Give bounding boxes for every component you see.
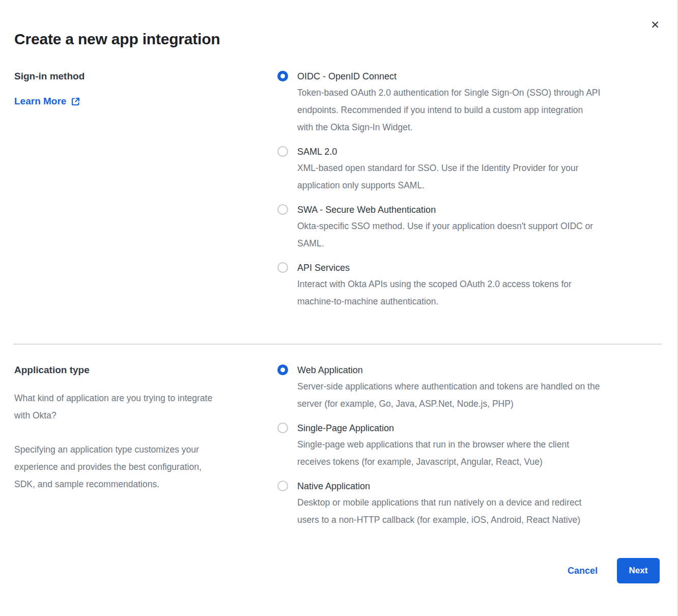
external-link-icon <box>71 97 80 106</box>
application-type-label: Application type <box>14 364 266 376</box>
radio-swa[interactable] <box>277 204 288 215</box>
option-oidc-label[interactable]: OIDC - OpenID Connect <box>297 70 600 82</box>
signin-method-left-column: Sign-in method Learn More <box>14 70 277 310</box>
option-single-page-application-label[interactable]: Single-Page Application <box>297 422 569 434</box>
option-swa[interactable]: SWA - Secure Web Authentication Okta-spe… <box>277 204 660 252</box>
signin-method-section: Sign-in method Learn More OIDC - OpenID … <box>0 70 678 310</box>
application-type-options: Web Application Server-side applications… <box>277 364 660 528</box>
cancel-button[interactable]: Cancel <box>568 566 598 576</box>
option-native-application-description: Desktop or mobile applications that run … <box>297 494 581 528</box>
option-api-services-label[interactable]: API Services <box>297 262 572 274</box>
application-type-help-text: Specifying an application type customize… <box>14 441 266 493</box>
radio-api-services[interactable] <box>277 262 288 273</box>
option-swa-description: Okta-specific SSO method. Use if your ap… <box>297 217 593 252</box>
application-type-section: Application type What kind of applicatio… <box>0 364 678 528</box>
option-web-application[interactable]: Web Application Server-side applications… <box>277 364 660 412</box>
radio-single-page-application[interactable] <box>277 423 288 433</box>
option-web-application-label[interactable]: Web Application <box>297 364 600 376</box>
radio-native-application[interactable] <box>277 481 288 491</box>
learn-more-label: Learn More <box>14 96 66 107</box>
option-native-application[interactable]: Native Application Desktop or mobile app… <box>277 480 660 528</box>
page-title: Create a new app integration <box>0 31 678 48</box>
option-saml-description: XML-based open standard for SSO. Use if … <box>297 159 579 194</box>
learn-more-link[interactable]: Learn More <box>14 96 80 107</box>
option-oidc[interactable]: OIDC - OpenID Connect Token-based OAuth … <box>277 70 660 136</box>
create-app-integration-dialog: Create a new app integration Sign-in met… <box>0 0 678 583</box>
radio-web-application[interactable] <box>277 365 288 375</box>
option-api-services[interactable]: API Services Interact with Okta APIs usi… <box>277 262 660 310</box>
option-oidc-description: Token-based OAuth 2.0 authentication for… <box>297 84 600 136</box>
next-button[interactable]: Next <box>617 558 660 583</box>
option-single-page-application[interactable]: Single-Page Application Single-page web … <box>277 422 660 470</box>
radio-saml[interactable] <box>277 146 288 157</box>
option-web-application-description: Server-side applications where authentic… <box>297 378 600 412</box>
option-native-application-label[interactable]: Native Application <box>297 480 581 492</box>
option-api-services-description: Interact with Okta APIs using the scoped… <box>297 275 572 310</box>
close-icon[interactable]: ✕ <box>648 18 662 32</box>
option-saml[interactable]: SAML 2.0 XML-based open standard for SSO… <box>277 146 660 194</box>
signin-method-options: OIDC - OpenID Connect Token-based OAuth … <box>277 70 660 310</box>
application-type-question: What kind of application are you trying … <box>14 389 266 424</box>
radio-oidc[interactable] <box>277 71 288 81</box>
application-type-left-column: Application type What kind of applicatio… <box>14 364 277 528</box>
section-divider <box>13 344 662 345</box>
option-single-page-application-description: Single-page web applications that run in… <box>297 436 569 470</box>
option-swa-label[interactable]: SWA - Secure Web Authentication <box>297 204 593 216</box>
signin-method-label: Sign-in method <box>14 70 266 82</box>
dialog-footer: Cancel Next <box>0 558 678 583</box>
option-saml-label[interactable]: SAML 2.0 <box>297 146 579 158</box>
